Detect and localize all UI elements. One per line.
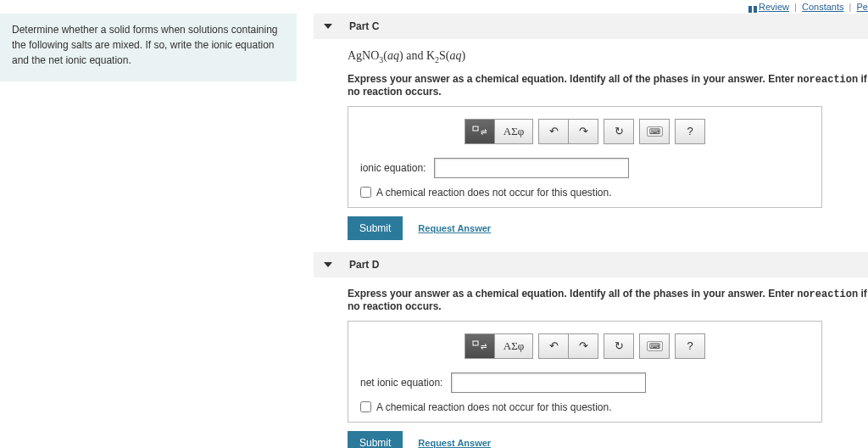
svg-rect-4 — [473, 341, 478, 345]
net-ionic-equation-input[interactable] — [451, 372, 646, 393]
no-reaction-label: A chemical reaction does not occur for t… — [376, 187, 611, 199]
ionic-equation-input[interactable] — [434, 158, 629, 178]
reset-button[interactable]: ↻ — [604, 119, 634, 144]
greek-button[interactable]: ΑΣφ — [494, 333, 533, 359]
keyboard-button[interactable]: ⌨ — [639, 119, 670, 144]
part-c-title: Part C — [349, 20, 379, 32]
instruction-text: Express your answer as a chemical equati… — [348, 288, 868, 312]
part-c-content: AgNO3(aq) and K2S(aq) Express your answe… — [314, 49, 868, 252]
no-reaction-checkbox[interactable] — [360, 187, 371, 198]
request-answer-link[interactable]: Request Answer — [418, 438, 491, 448]
submit-button[interactable]: Submit — [348, 431, 403, 448]
template-button[interactable]: ⇌ — [465, 333, 495, 359]
answer-box: ⇌ ΑΣφ ↶ ↷ ↻ ⌨ ? net ionic equation: A ch… — [348, 321, 822, 423]
keyboard-button[interactable]: ⌨ — [639, 333, 670, 359]
template-button[interactable]: ⇌ — [465, 119, 495, 144]
no-reaction-label: A chemical reaction does not occur for t… — [376, 401, 611, 413]
submit-button[interactable]: Submit — [348, 216, 403, 240]
undo-button[interactable]: ↶ — [538, 119, 569, 144]
constants-link[interactable]: Constants — [802, 2, 844, 12]
no-reaction-row: A chemical reaction does not occur for t… — [360, 187, 810, 199]
review-icon — [748, 4, 757, 11]
part-d-title: Part D — [349, 259, 379, 271]
part-d-header[interactable]: Part D — [314, 252, 868, 277]
svg-rect-0 — [748, 6, 752, 13]
answer-box: ⇌ ΑΣφ ↶ ↷ ↻ ⌨ ? ionic equation: A chemic… — [348, 106, 822, 208]
equation-toolbar: ⇌ ΑΣφ ↶ ↷ ↻ ⌨ ? — [360, 333, 810, 359]
svg-text:⇌: ⇌ — [481, 342, 487, 350]
svg-rect-2 — [473, 126, 478, 131]
redo-button[interactable]: ↷ — [568, 119, 598, 144]
svg-rect-1 — [754, 6, 757, 13]
reset-button[interactable]: ↻ — [604, 333, 634, 359]
field-label: net ionic equation: — [360, 377, 442, 389]
help-button[interactable]: ? — [675, 333, 705, 359]
field-label: ionic equation: — [360, 162, 426, 174]
separator: | — [794, 2, 797, 12]
prompt-text: Determine whether a solid forms when sol… — [12, 24, 278, 66]
equation-toolbar: ⇌ ΑΣφ ↶ ↷ ↻ ⌨ ? — [360, 119, 810, 144]
reagents-text: AgNO3(aq) and K2S(aq) — [348, 49, 868, 64]
request-answer-link[interactable]: Request Answer — [418, 223, 491, 233]
actions-row: Submit Request Answer — [348, 216, 868, 240]
equation-field-row: ionic equation: — [360, 158, 810, 178]
main-content: Part C AgNO3(aq) and K2S(aq) Express you… — [297, 14, 868, 448]
part-d-content: Express your answer as a chemical equati… — [314, 288, 868, 448]
review-link[interactable]: Review — [759, 2, 789, 12]
actions-row: Submit Request Answer — [348, 431, 868, 448]
chevron-down-icon — [324, 24, 332, 29]
redo-button[interactable]: ↷ — [568, 333, 598, 359]
top-nav: Review | Constants | Pe — [0, 0, 868, 14]
instruction-text: Express your answer as a chemical equati… — [348, 73, 868, 98]
no-reaction-checkbox[interactable] — [360, 401, 371, 412]
periodic-link[interactable]: Pe — [857, 2, 868, 12]
greek-button[interactable]: ΑΣφ — [494, 119, 533, 144]
svg-text:⇌: ⇌ — [481, 127, 487, 136]
help-button[interactable]: ? — [675, 119, 705, 144]
equation-field-row: net ionic equation: — [360, 372, 810, 393]
undo-button[interactable]: ↶ — [538, 333, 569, 359]
chevron-down-icon — [324, 262, 332, 267]
separator: | — [849, 2, 852, 12]
question-prompt: Determine whether a solid forms when sol… — [0, 14, 297, 81]
part-c-header[interactable]: Part C — [314, 14, 868, 39]
no-reaction-row: A chemical reaction does not occur for t… — [360, 401, 810, 413]
